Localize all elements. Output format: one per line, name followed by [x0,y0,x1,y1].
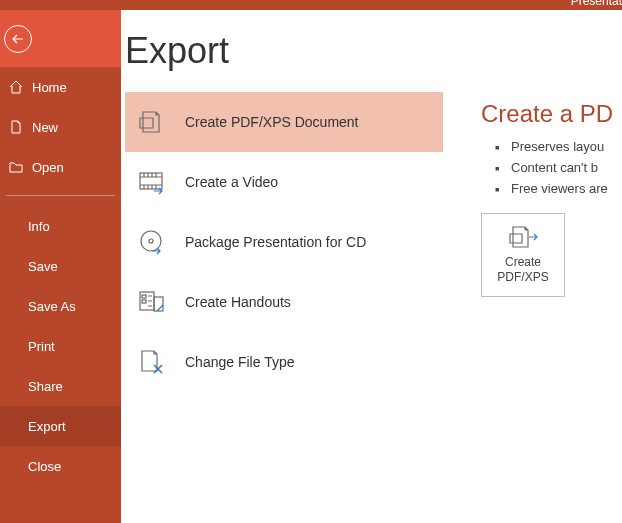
option-package-cd[interactable]: Package Presentation for CD [125,212,443,272]
sidebar-item-save-as[interactable]: Save As [0,286,121,326]
option-label: Create PDF/XPS Document [185,114,359,130]
main: Home New Open Info Save Save As Print Sh… [0,10,622,523]
sidebar-label: Home [32,80,67,95]
svg-point-2 [149,239,153,243]
sidebar-label: Save [28,259,58,274]
sidebar-item-close[interactable]: Close [0,446,121,486]
cd-icon [135,226,167,258]
svg-rect-0 [140,173,162,189]
content: Export Create PDF/XPS Document Create a … [121,10,622,523]
create-btn-label: CreatePDF/XPS [497,255,548,285]
svg-rect-4 [142,295,146,298]
sidebar-label: Save As [28,299,76,314]
page-title: Export [125,30,481,72]
sidebar-top [0,10,121,67]
option-change-file-type[interactable]: Change File Type [125,332,443,392]
bullet-item: Content can't b [495,157,622,178]
titlebar: Presentat [0,0,622,10]
option-label: Create Handouts [185,294,291,310]
bullet-item: Preserves layou [495,136,622,157]
change-file-type-icon [135,346,167,378]
sidebar-item-home[interactable]: Home [0,67,121,107]
option-create-handouts[interactable]: Create Handouts [125,272,443,332]
sidebar-divider [6,195,115,196]
svg-point-1 [141,231,161,251]
detail-title: Create a PD [481,100,622,128]
sidebar-label: Print [28,339,55,354]
create-pdf-xps-button[interactable]: CreatePDF/XPS [481,213,565,297]
option-create-pdf-xps[interactable]: Create PDF/XPS Document [125,92,443,152]
option-label: Package Presentation for CD [185,234,366,250]
back-button[interactable] [4,25,32,53]
sidebar-label: Open [32,160,64,175]
open-icon [8,159,24,175]
detail-bullets: Preserves layou Content can't b Free vie… [481,136,622,199]
pdf-document-icon [135,106,167,138]
sidebar-item-save[interactable]: Save [0,246,121,286]
sidebar-label: Close [28,459,61,474]
video-icon [135,166,167,198]
sidebar-item-open[interactable]: Open [0,147,121,187]
export-detail-column: Create a PD Preserves layou Content can'… [481,30,622,523]
handouts-icon [135,286,167,318]
sidebar-item-new[interactable]: New [0,107,121,147]
sidebar-label: New [32,120,58,135]
presentation-title: Presentat [571,0,622,8]
option-label: Change File Type [185,354,294,370]
option-create-video[interactable]: Create a Video [125,152,443,212]
new-icon [8,119,24,135]
bullet-item: Free viewers are [495,178,622,199]
export-options-column: Export Create PDF/XPS Document Create a … [121,30,481,523]
back-arrow-icon [11,32,25,46]
sidebar-label: Export [28,419,66,434]
sidebar-item-share[interactable]: Share [0,366,121,406]
home-icon [8,79,24,95]
sidebar-item-info[interactable]: Info [0,206,121,246]
svg-rect-5 [142,300,146,303]
sidebar-item-print[interactable]: Print [0,326,121,366]
option-label: Create a Video [185,174,278,190]
sidebar-item-export[interactable]: Export [0,406,121,446]
pdf-export-icon [507,225,539,249]
sidebar-label: Info [28,219,50,234]
sidebar: Home New Open Info Save Save As Print Sh… [0,10,121,523]
sidebar-label: Share [28,379,63,394]
